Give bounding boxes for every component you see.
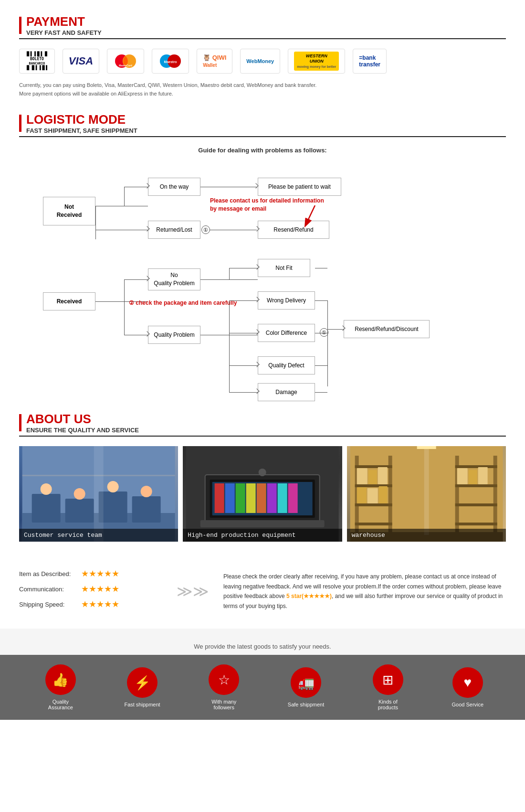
resend-refund-discount-box: Resend/Refund/Discount (344, 320, 430, 338)
no-quality-box: NoQuality Problem (148, 268, 200, 290)
bottom-text-section: We provide the latest goods to satisfy y… (0, 629, 525, 655)
svg-rect-44 (378, 467, 387, 484)
rating-label-3: Shipping Speed: (19, 601, 81, 608)
photo-label-2: High-end production equipment (183, 529, 342, 542)
svg-rect-55 (468, 470, 477, 484)
svg-rect-42 (357, 468, 367, 484)
line-v4 (124, 301, 125, 335)
svg-point-14 (41, 483, 52, 495)
svg-point-15 (74, 488, 85, 500)
line-h10 (229, 392, 258, 393)
payment-section: PAYMENT VERY FAST AND SAFETY ▐▌▌▐▐▌▌▐▌ B… (0, 0, 525, 107)
wrong-delivery-box: Wrong Delivery (258, 291, 315, 310)
icon-label-6: Good Service (452, 702, 483, 707)
icon-label-3: With many followers (205, 699, 243, 710)
on-the-way-box: On the way (148, 178, 200, 196)
line-h2 (124, 187, 148, 187)
svg-rect-56 (478, 467, 487, 484)
rating-stars-3: ★★★★★ (81, 599, 119, 609)
svg-rect-51 (455, 484, 497, 487)
logistic-subtitle: FAST SHIPPMENT, SAFE SHIPPMENT (26, 127, 137, 134)
line-h12 (315, 300, 327, 301)
rating-label-2: Communication: (19, 586, 81, 593)
svg-rect-19 (94, 446, 104, 542)
section-bar-3 (19, 414, 21, 431)
line-h7 (229, 300, 258, 301)
photo-svg-2 (183, 446, 342, 542)
line-h5 (124, 335, 148, 335)
logistic-section: LOGISTIC MODE FAST SHIPPMENT, SAFE SHIPP… (0, 107, 525, 402)
bottom-tagline: We provide the latest goods to satisfy y… (194, 643, 331, 650)
payment-subtitle: VERY FAST AND SAFETY (26, 29, 102, 36)
photo-svg-1 (19, 446, 178, 542)
line-h6 (229, 268, 258, 268)
line-v1 (124, 187, 125, 206)
rating-stars-1: ★★★★★ (81, 568, 119, 579)
boleto-logo: ▐▌▌▐▐▌▌▐▌ BOLETO BANCARIO ▐▌▐▌▌▐▐▌▌ (19, 49, 55, 74)
line-h8 (229, 333, 258, 333)
svg-rect-28 (257, 483, 266, 513)
svg-rect-26 (236, 483, 245, 513)
icon-safe-shipment: 🚛 Safe shippment (288, 667, 324, 707)
icon-label-5: Kinds of products (369, 699, 407, 710)
icon-label-1: Quality Assurance (42, 699, 80, 710)
webmoney-logo: WebMoney (240, 49, 280, 74)
svg-rect-10 (32, 494, 61, 523)
photo-equipment: High-end production equipment (183, 446, 342, 542)
quality-problem-box: Quality Problem (148, 326, 200, 344)
payment-description: Currently, you can pay using Boleto, Vis… (19, 81, 506, 98)
safe-shipment-icon: 🚛 (291, 667, 321, 698)
guide-title: Guide for dealing with problems as follo… (19, 147, 506, 154)
payment-title: PAYMENT (26, 14, 102, 29)
photo-warehouse: warehouse (347, 446, 506, 542)
payment-header: PAYMENT VERY FAST AND SAFETY (19, 14, 506, 36)
rating-row-1: Item as Described: ★★★★★ (19, 568, 162, 579)
please-wait-box: Please be patient to wait (258, 178, 341, 196)
rating-stars-2: ★★★★★ (81, 584, 119, 594)
svg-rect-25 (225, 483, 235, 513)
line-v9 (327, 300, 328, 386)
svg-rect-50 (455, 465, 497, 468)
qiwi-logo: 🦉 QIWIWallet (197, 49, 232, 74)
ratings-right: Please check the order clearly after rec… (223, 572, 506, 611)
svg-rect-45 (357, 487, 366, 503)
line-v5 (229, 268, 230, 279)
svg-point-16 (107, 481, 119, 492)
icon-quality-assurance: 👍 Quality Assurance (42, 664, 80, 710)
line-h9 (229, 365, 258, 366)
about-subtitle: ENSURE THE QUALITY AND SERVICE (26, 427, 139, 434)
icons-row: 👍 Quality Assurance ⚡ Fast shippment ☆ W… (0, 655, 525, 720)
line-v3 (124, 279, 125, 301)
svg-rect-40 (355, 503, 392, 506)
damage-box: Damage (258, 383, 315, 401)
about-photos: Customer service team High-end prod (19, 446, 506, 542)
red-arrow-svg (286, 205, 344, 229)
svg-text:Maestro: Maestro (164, 60, 177, 64)
svg-rect-57 (417, 446, 436, 449)
icon-many-followers: ☆ With many followers (205, 664, 243, 710)
line-4 (210, 230, 257, 230)
received-box: Received (43, 292, 95, 310)
svg-rect-53 (455, 523, 497, 525)
section-bar (19, 17, 21, 34)
fast-shipment-icon: ⚡ (127, 667, 158, 698)
svg-line-7 (305, 205, 315, 225)
line-v2 (95, 206, 96, 239)
photo-label-3: warehouse (347, 529, 506, 542)
line-3 (200, 187, 257, 187)
svg-rect-31 (288, 483, 298, 513)
about-section: ABOUT US ENSURE THE QUALITY AND SERVICE (0, 402, 525, 559)
line-v6 (229, 300, 230, 335)
star-highlight: 5 star(★★★★★) (286, 593, 332, 599)
svg-point-33 (259, 469, 266, 476)
svg-rect-47 (378, 486, 387, 503)
not-fit-box: Not Fit (258, 259, 310, 277)
not-received-box: NotReceived (43, 197, 95, 225)
good-service-icon: ♥ (452, 667, 483, 698)
photo-customer-service: Customer service team (19, 446, 178, 542)
line-1 (95, 206, 148, 206)
svg-rect-29 (267, 483, 277, 513)
svg-text:MasterCard: MasterCard (119, 64, 132, 67)
svg-rect-27 (246, 483, 256, 513)
line-h15 (315, 392, 327, 393)
